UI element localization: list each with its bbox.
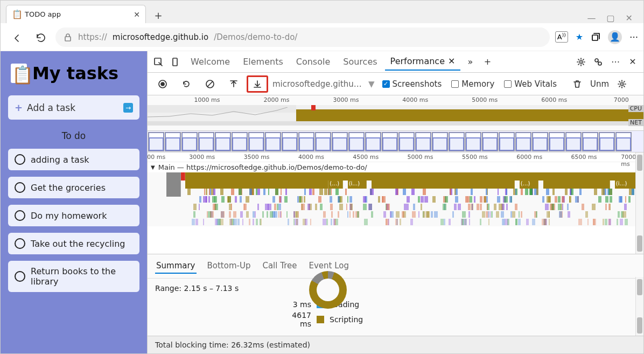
memory-checkbox[interactable]: Memory bbox=[451, 79, 494, 89]
close-icon[interactable]: ✕ bbox=[448, 56, 455, 66]
flame-ruler: 2500 ms 3000 ms 3500 ms 4000 ms 4500 ms … bbox=[148, 152, 643, 162]
checkbox-icon[interactable] bbox=[15, 154, 25, 165]
tab-summary[interactable]: Summary bbox=[155, 259, 197, 274]
svg-rect-1 bbox=[592, 35, 598, 40]
read-aloud-icon[interactable]: A)) bbox=[555, 31, 568, 42]
download-profile-button[interactable] bbox=[247, 75, 268, 93]
profile-filename[interactable]: microsoftedge.github.i… bbox=[272, 79, 364, 89]
pie-chart bbox=[309, 271, 347, 309]
submit-arrow-icon[interactable]: → bbox=[123, 103, 133, 113]
record-button[interactable] bbox=[152, 75, 173, 93]
task-item[interactable]: adding a task bbox=[8, 149, 139, 170]
inspect-element-icon[interactable] bbox=[151, 54, 166, 70]
new-tab-button[interactable]: + bbox=[150, 7, 166, 23]
overflow-icon[interactable]: ⋯ bbox=[608, 54, 623, 70]
screenshots-checkbox[interactable]: ✓Screenshots bbox=[382, 79, 442, 89]
net-badge: NET bbox=[628, 119, 643, 126]
back-button[interactable] bbox=[6, 27, 25, 47]
delete-icon[interactable] bbox=[566, 75, 588, 93]
favorite-icon[interactable]: ★ bbox=[576, 32, 583, 42]
tab-performance[interactable]: Performance✕ bbox=[385, 53, 461, 71]
menu-icon[interactable]: ⋯ bbox=[629, 32, 638, 42]
add-task-label: Add a task bbox=[27, 102, 75, 113]
detail-pane: Summary Bottom-Up Call Tree Event Log Ra… bbox=[148, 254, 643, 336]
legend-row: 4617 ms Scripting bbox=[155, 311, 636, 328]
section-heading: To do bbox=[8, 130, 139, 141]
add-tab-icon[interactable]: + bbox=[480, 54, 495, 70]
clipboard-icon: 📋 bbox=[12, 10, 20, 19]
close-devtools-icon[interactable]: ✕ bbox=[625, 54, 640, 70]
upload-profile-button[interactable] bbox=[223, 75, 244, 93]
maximize-icon[interactable]: ▢ bbox=[606, 13, 614, 23]
tab-bottom-up[interactable]: Bottom-Up bbox=[206, 259, 252, 274]
flame-chart[interactable]: 2500 ms 3000 ms 3500 ms 4000 ms 4500 ms … bbox=[148, 152, 643, 254]
close-icon[interactable]: ✕ bbox=[134, 10, 140, 19]
clear-button[interactable] bbox=[199, 75, 221, 93]
address-bar: https://microsoftedge.github.io/Demos/de… bbox=[1, 23, 643, 51]
screenshot-filmstrip[interactable] bbox=[148, 131, 643, 152]
scrollbar[interactable] bbox=[635, 152, 643, 254]
main-track-header[interactable]: ▼Main — https://microsoftedge.github.io/… bbox=[148, 162, 643, 172]
tab-sources[interactable]: Sources bbox=[338, 53, 382, 70]
refresh-button[interactable] bbox=[31, 27, 50, 47]
profile-icon[interactable]: 👤 bbox=[608, 30, 622, 44]
devtools-tabs: Welcome Elements Console Sources Perform… bbox=[148, 51, 643, 73]
window-close-icon[interactable]: ✕ bbox=[626, 13, 633, 23]
device-toolbar-icon[interactable] bbox=[168, 54, 183, 70]
url-field[interactable]: https://microsoftedge.github.io/Demos/de… bbox=[55, 27, 550, 47]
task-item[interactable]: Take out the recycling bbox=[8, 233, 139, 254]
reload-record-button[interactable] bbox=[176, 75, 197, 93]
task-item[interactable]: Return books to the library bbox=[8, 261, 139, 292]
refresh-icon bbox=[36, 32, 45, 42]
range-label: Range: 2.15 s – 7.13 s bbox=[155, 284, 636, 293]
browser-tab[interactable]: 📋 TODO app ✕ bbox=[6, 5, 146, 23]
devtools-panel: Welcome Elements Console Sources Perform… bbox=[147, 51, 643, 353]
app-heading: 📋 My tasks bbox=[11, 63, 139, 84]
capture-settings-icon[interactable] bbox=[611, 75, 633, 93]
tab-elements[interactable]: Elements bbox=[237, 53, 289, 70]
task-item[interactable]: Do my homework bbox=[8, 205, 139, 226]
checkbox-icon[interactable] bbox=[15, 210, 25, 221]
add-task-button[interactable]: + Add a task → bbox=[8, 95, 139, 120]
browser-titlebar: 📋 TODO app ✕ + — ▢ ✕ bbox=[1, 1, 643, 23]
scrollbar[interactable] bbox=[635, 277, 643, 336]
tab-title: TODO app bbox=[25, 10, 129, 18]
performance-toolbar: microsoftedge.github.i… ▼ ✓Screenshots M… bbox=[148, 73, 643, 95]
svg-rect-0 bbox=[65, 37, 71, 41]
blocking-time-status: Total blocking time: 26.32ms (estimated) bbox=[148, 336, 643, 353]
overview-ruler: 1000 ms 2000 ms 3000 ms 4000 ms 5000 ms … bbox=[148, 95, 643, 105]
legend-row: 3 ms Loading bbox=[155, 300, 636, 309]
svg-point-8 bbox=[161, 82, 164, 86]
overview-pane[interactable]: 1000 ms 2000 ms 3000 ms 4000 ms 5000 ms … bbox=[148, 95, 643, 131]
checkbox-icon[interactable] bbox=[15, 238, 25, 249]
svg-point-4 bbox=[580, 60, 583, 63]
plus-icon: + bbox=[15, 102, 23, 113]
settings-icon[interactable] bbox=[573, 54, 589, 70]
webvitals-checkbox[interactable]: Web Vitals bbox=[504, 79, 557, 89]
app-viewport: 📋 My tasks + Add a task → To do adding a… bbox=[1, 51, 147, 353]
tab-console[interactable]: Console bbox=[291, 53, 336, 70]
profile-dropdown-icon[interactable]: ▼ bbox=[368, 79, 375, 89]
svg-point-10 bbox=[621, 82, 624, 85]
arrow-left-icon bbox=[11, 32, 20, 42]
collections-icon[interactable] bbox=[591, 32, 600, 42]
tab-call-tree[interactable]: Call Tree bbox=[261, 259, 298, 274]
cpu-badge: CPU bbox=[628, 105, 643, 112]
task-item[interactable]: Get the groceries bbox=[8, 177, 139, 198]
tab-welcome[interactable]: Welcome bbox=[185, 53, 235, 70]
clipboard-icon: 📋 bbox=[11, 64, 27, 83]
checkbox-icon[interactable] bbox=[15, 182, 25, 193]
issues-icon[interactable] bbox=[591, 54, 606, 70]
more-tabs-icon[interactable]: » bbox=[463, 54, 478, 70]
checkbox-icon[interactable] bbox=[15, 271, 25, 282]
lock-icon bbox=[63, 32, 73, 42]
svg-rect-3 bbox=[173, 58, 177, 66]
minimize-icon[interactable]: — bbox=[587, 13, 596, 23]
